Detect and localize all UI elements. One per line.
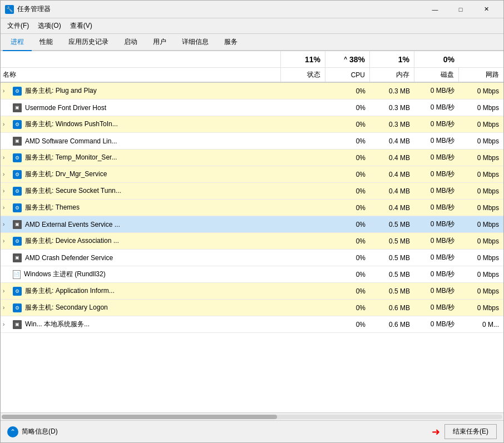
minimize-button[interactable]: —: [422, 1, 448, 18]
process-memory: 0.4 MB: [370, 152, 414, 164]
process-cpu: 0%: [325, 135, 370, 147]
monitor-icon: ▣: [13, 220, 22, 229]
header-name[interactable]: 名称: [1, 68, 281, 82]
table-row[interactable]: › ▣ AMD External Events Service ... 0% 0…: [1, 216, 503, 233]
process-memory: 0.4 MB: [370, 168, 414, 181]
process-network: 0 M...: [459, 318, 503, 331]
process-disk: 0 MB/秒: [414, 184, 459, 198]
table-row[interactable]: › ⚙ 服务主机: Secure Socket Tunn... 0% 0.4 M…: [1, 183, 503, 200]
process-disk: 0 MB/秒: [414, 301, 459, 315]
process-memory: 0.3 MB: [370, 102, 414, 114]
tab-details[interactable]: 详细信息: [174, 34, 216, 51]
process-status: [281, 289, 325, 293]
column-header-pct: 11% ^38% 1% 0%: [1, 51, 503, 68]
table-row[interactable]: › ⚙ 服务主机: Temp_Monitor_Ser... 0% 0.4 MB …: [1, 150, 503, 166]
header-network[interactable]: 网路: [459, 68, 503, 82]
expand-arrow[interactable]: ›: [3, 155, 9, 161]
table-row[interactable]: › ⚙ 服务主机: Device Association ... 0% 0.5 …: [1, 233, 503, 250]
table-row[interactable]: ▣ Usermode Font Driver Host 0% 0.3 MB 0 …: [1, 99, 503, 116]
header-memory[interactable]: 内存: [370, 68, 414, 82]
process-network: 0 Mbps: [459, 268, 503, 281]
process-network: 0 Mbps: [459, 252, 503, 264]
process-disk: 0 MB/秒: [414, 84, 459, 98]
table-row[interactable]: › ⚙ 服务主机: Drv_Mgr_Service 0% 0.4 MB 0 MB…: [1, 166, 503, 183]
process-memory: 0.5 MB: [370, 285, 414, 297]
expand-arrow[interactable]: ›: [3, 188, 9, 194]
menu-options[interactable]: 选项(O): [33, 19, 65, 32]
process-cpu: 0%: [325, 318, 370, 331]
menu-view[interactable]: 查看(V): [66, 19, 97, 32]
menu-bar: 文件(F) 选项(O) 查看(V): [1, 18, 503, 34]
expand-arrow[interactable]: ›: [3, 221, 9, 227]
end-task-button[interactable]: 结束任务(E): [444, 424, 497, 439]
table-row[interactable]: › ⚙ 服务主机: Plug and Play 0% 0.3 MB 0 MB/秒…: [1, 83, 503, 99]
status-info-label[interactable]: 简略信息(D): [22, 427, 58, 436]
process-status: [281, 106, 325, 110]
expand-arrow[interactable]: ›: [3, 121, 9, 127]
process-cpu: 0%: [325, 202, 370, 214]
table-row[interactable]: 📄 Windows 主进程 (Rundll32) 0% 0.5 MB 0 MB/…: [1, 266, 503, 283]
process-status: [281, 156, 325, 160]
horizontal-scrollbar[interactable]: [1, 412, 503, 420]
scrollbar-x-thumb[interactable]: [2, 415, 277, 419]
process-name: › ▣ Win... 本地系统服务...: [1, 317, 281, 331]
tab-performance[interactable]: 性能: [32, 34, 61, 51]
tab-processes[interactable]: 进程: [3, 34, 32, 51]
table-row[interactable]: › ⚙ 服务主机: Secondary Logon 0% 0.6 MB 0 MB…: [1, 300, 503, 316]
process-cpu: 0%: [325, 102, 370, 114]
process-network: 0 Mbps: [459, 185, 503, 197]
expand-arrow[interactable]: ›: [3, 171, 9, 177]
expand-arrow[interactable]: ›: [3, 205, 9, 211]
process-memory: 0.6 MB: [370, 302, 414, 314]
process-cpu: 0%: [325, 252, 370, 264]
window-title: 任务管理器: [17, 4, 422, 14]
gear-icon: ⚙: [13, 237, 22, 246]
expand-arrow[interactable]: ›: [3, 305, 9, 311]
tab-startup[interactable]: 启动: [116, 34, 145, 51]
header-status[interactable]: 状态: [281, 68, 325, 82]
window: 🔧 任务管理器 — □ ✕ 文件(F) 选项(O) 查看(V) 进程 性能 应用…: [0, 0, 504, 443]
process-status: [281, 139, 325, 143]
expand-arrow[interactable]: ›: [3, 88, 9, 94]
header-disk[interactable]: 磁盘: [414, 68, 459, 82]
expand-arrow[interactable]: ›: [3, 288, 9, 294]
process-status: [281, 89, 325, 93]
process-disk: 0 MB/秒: [414, 267, 459, 281]
process-name: ▣ AMD Crash Defender Service: [1, 251, 281, 265]
process-disk: 0 MB/秒: [414, 284, 459, 298]
column-headers: 名称 状态 CPU 内存 磁盘 网路: [1, 68, 503, 83]
close-button[interactable]: ✕: [473, 1, 499, 18]
expand-arrow[interactable]: ›: [3, 321, 9, 327]
process-status: [281, 256, 325, 260]
hdr-extra: [459, 51, 503, 67]
gear-icon: ⚙: [13, 120, 22, 129]
gear-icon: ⚙: [13, 153, 22, 162]
process-disk: 0 MB/秒: [414, 217, 459, 231]
process-memory: 0.5 MB: [370, 218, 414, 231]
process-name: › ⚙ 服务主机: Device Association ...: [1, 234, 281, 248]
expand-arrow[interactable]: ›: [3, 238, 9, 244]
table-row[interactable]: › ▣ Win... 本地系统服务... 0% 0.6 MB 0 MB/秒 0 …: [1, 316, 503, 333]
process-network: 0 Mbps: [459, 218, 503, 231]
info-icon: ⌃: [7, 426, 18, 437]
table-row[interactable]: › ⚙ 服务主机: Application Inform... 0% 0.5 M…: [1, 283, 503, 300]
process-disk: 0 MB/秒: [414, 134, 459, 148]
tab-services[interactable]: 服务: [216, 34, 245, 51]
process-memory: 0.5 MB: [370, 268, 414, 281]
menu-file[interactable]: 文件(F): [3, 19, 33, 32]
tab-app-history[interactable]: 应用历史记录: [61, 34, 116, 51]
process-status: [281, 189, 325, 193]
title-bar: 🔧 任务管理器 — □ ✕: [1, 1, 503, 18]
tab-users[interactable]: 用户: [145, 34, 174, 51]
maximize-button[interactable]: □: [448, 1, 473, 18]
process-cpu: 0%: [325, 168, 370, 181]
table-row[interactable]: ▣ AMD Software Command Lin... 0% 0.4 MB …: [1, 133, 503, 150]
process-network: 0 Mbps: [459, 235, 503, 247]
process-name: › ▣ AMD External Events Service ...: [1, 218, 281, 231]
header-cpu[interactable]: CPU: [325, 68, 370, 82]
table-row[interactable]: › ⚙ 服务主机: Windows PushToIn... 0% 0.3 MB …: [1, 116, 503, 133]
table-row[interactable]: › ⚙ 服务主机: Themes 0% 0.4 MB 0 MB/秒 0 Mbps: [1, 200, 503, 216]
gear-icon: ⚙: [13, 287, 22, 296]
monitor-icon: ▣: [13, 137, 22, 146]
table-row[interactable]: ▣ AMD Crash Defender Service 0% 0.5 MB 0…: [1, 250, 503, 266]
